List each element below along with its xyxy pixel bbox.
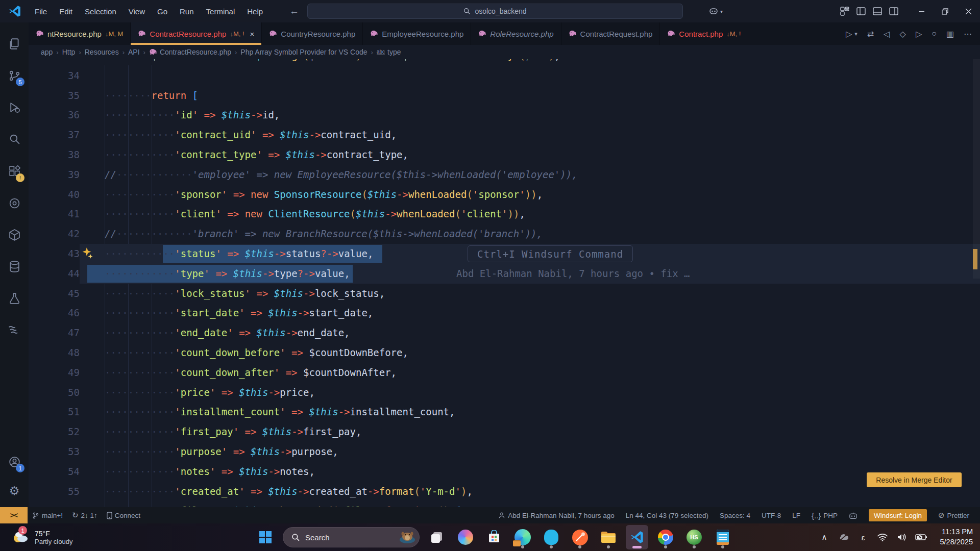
code-line-56: 56············'file' => $this->whenLoade… bbox=[29, 501, 980, 507]
run-debug-icon[interactable] bbox=[0, 94, 29, 120]
code-text: //·············'employee' => new Employe… bbox=[105, 165, 578, 185]
wifi-icon[interactable] bbox=[875, 527, 890, 547]
taskbar-app-copilot[interactable] bbox=[454, 525, 477, 549]
taskbar-app-vscode[interactable] bbox=[626, 525, 648, 549]
resolve-in-merge-editor-button[interactable]: Resolve in Merge Editor bbox=[867, 472, 962, 487]
extensions-icon[interactable]: ! bbox=[0, 159, 29, 184]
source-control-icon[interactable]: 5 bbox=[0, 63, 29, 88]
breadcrumb-item-2[interactable]: Resources bbox=[85, 48, 119, 56]
menu-item-selection[interactable]: Selection bbox=[79, 5, 122, 18]
battery-icon[interactable] bbox=[914, 527, 929, 547]
code-text: ············'created_at' => $this->creat… bbox=[105, 482, 473, 502]
windsurf-icon[interactable] bbox=[0, 316, 29, 341]
close-button[interactable] bbox=[957, 0, 980, 22]
tab-employeeresource-php[interactable]: EmployeeResource.php bbox=[363, 22, 471, 45]
account-icon[interactable]: 1 bbox=[0, 449, 29, 474]
more-actions-icon[interactable]: ⋯ bbox=[964, 29, 972, 39]
breadcrumb-item-6[interactable]: abctype bbox=[377, 48, 401, 56]
status-windsurf-login[interactable]: Windsurf: Login bbox=[864, 507, 932, 523]
status-blame-author[interactable]: Abd El-Rahman Nabil, 7 hours ago bbox=[494, 507, 619, 523]
tray-chevron-icon[interactable]: ∧ bbox=[817, 527, 832, 547]
status-cursor-position[interactable]: Ln 44, Col 43 (79 selected) bbox=[621, 507, 713, 523]
split-editor-icon[interactable]: ▥ bbox=[946, 29, 954, 39]
previous-change-icon[interactable]: ◁ bbox=[884, 29, 890, 39]
breadcrumb-item-5[interactable]: Php Array Symbol Provider for VS Code bbox=[240, 48, 367, 56]
status-eol[interactable]: LF bbox=[788, 507, 805, 523]
tab-ntresource-php[interactable]: ntResource.php↓M, M bbox=[29, 22, 131, 45]
taskbar-app-postman[interactable] bbox=[569, 525, 591, 549]
taskbar-app-task-view[interactable] bbox=[426, 525, 448, 549]
taskbar-app-windows-start[interactable] bbox=[254, 525, 277, 549]
run-button[interactable]: ▷ bbox=[846, 29, 852, 39]
minimize-button[interactable] bbox=[910, 0, 933, 22]
remote-indicator[interactable]: >< bbox=[0, 507, 28, 523]
back-arrow-icon[interactable]: ← bbox=[289, 6, 299, 17]
close-tab-icon[interactable]: × bbox=[250, 30, 255, 38]
status-language-mode[interactable]: {..}PHP bbox=[807, 507, 842, 523]
customize-layout-icon[interactable] bbox=[840, 7, 849, 16]
taskbar-app-blue-app[interactable] bbox=[540, 525, 562, 549]
breadcrumb-label: app bbox=[41, 48, 53, 56]
clock[interactable]: 11:13 PM 5/28/2025 bbox=[933, 527, 973, 547]
volume-icon[interactable] bbox=[894, 527, 910, 547]
status-formatter[interactable]: ⊘Prettier bbox=[934, 507, 974, 523]
status-git-branch[interactable]: main+! bbox=[28, 507, 67, 523]
toggle-panel-icon[interactable] bbox=[873, 7, 882, 16]
taskbar-app-notepad[interactable] bbox=[712, 525, 734, 549]
onedrive-paused-icon[interactable] bbox=[836, 527, 851, 547]
timeline-icon[interactable]: ○ bbox=[932, 29, 937, 38]
status-indentation[interactable]: Spaces: 4 bbox=[715, 507, 755, 523]
package-icon[interactable] bbox=[0, 222, 29, 247]
braces-icon: {..} bbox=[812, 511, 821, 520]
restore-button[interactable] bbox=[933, 0, 957, 22]
menu-item-run[interactable]: Run bbox=[174, 5, 200, 18]
copilot-menu[interactable]: ▾ bbox=[708, 6, 723, 16]
breadcrumb-item-4[interactable]: ContractResource.php bbox=[149, 48, 231, 57]
taskbar-search[interactable]: Search bbox=[283, 527, 420, 547]
breadcrumb-item-0[interactable]: app bbox=[41, 48, 53, 56]
taskbar-app-chrome[interactable] bbox=[654, 525, 677, 549]
next-change-icon[interactable]: ▷ bbox=[916, 29, 922, 39]
tab-label: CountryResource.php bbox=[281, 30, 355, 38]
taskbar-app-microsoft-store[interactable] bbox=[483, 525, 505, 549]
toggle-sidebar-icon[interactable] bbox=[856, 7, 866, 16]
testing-icon[interactable] bbox=[0, 285, 29, 311]
menu-item-terminal[interactable]: Terminal bbox=[200, 5, 241, 18]
breadcrumb-item-3[interactable]: API bbox=[128, 48, 140, 56]
explorer-icon[interactable] bbox=[0, 31, 29, 57]
command-center-search[interactable]: osolco_backend bbox=[307, 4, 683, 19]
tab-contractrequest-php[interactable]: ContractRequest.php bbox=[561, 22, 660, 45]
line-number: 45 bbox=[51, 284, 80, 304]
status-git-sync[interactable]: ↻2↓ 1↑ bbox=[67, 507, 102, 523]
compare-changes-icon[interactable]: ⇄ bbox=[867, 29, 874, 39]
taskbar-app-edge[interactable] bbox=[511, 525, 534, 549]
tab-countryresource-php[interactable]: CountryResource.php bbox=[262, 22, 363, 45]
menu-item-edit[interactable]: Edit bbox=[53, 5, 79, 18]
menu-item-view[interactable]: View bbox=[122, 5, 151, 18]
settings-icon[interactable]: ⚙ bbox=[0, 478, 29, 504]
language-indicator[interactable]: ε bbox=[855, 527, 871, 547]
breadcrumb-item-1[interactable]: Http bbox=[62, 48, 76, 56]
run-dropdown-icon[interactable]: ▾ bbox=[854, 31, 857, 37]
tab-contractresource-php[interactable]: ContractResource.php↓M, !× bbox=[131, 22, 262, 45]
toggle-secondary-sidebar-icon[interactable] bbox=[889, 7, 898, 16]
tab-contract-php[interactable]: Contract.php↓M, ! bbox=[660, 22, 748, 45]
menu-item-go[interactable]: Go bbox=[151, 5, 174, 18]
taskbar-app-heidisql[interactable]: HS bbox=[683, 525, 705, 549]
code-text: ········return [ bbox=[105, 86, 198, 106]
menu-item-help[interactable]: Help bbox=[241, 5, 269, 18]
status-device-connect[interactable]: Connect bbox=[102, 507, 145, 523]
scrollbar[interactable] bbox=[973, 59, 980, 279]
code-editor[interactable]: 33········$countDownAfter = $now->gt($en… bbox=[29, 59, 980, 507]
status-copilot-status[interactable] bbox=[844, 507, 862, 523]
menu-item-file[interactable]: File bbox=[29, 5, 53, 18]
current-change-icon[interactable]: ◇ bbox=[900, 29, 906, 39]
tab-roleresource-php[interactable]: RoleResource.php bbox=[471, 22, 561, 45]
remote-explorer-icon[interactable] bbox=[0, 190, 29, 216]
weather-widget[interactable]: 1 75°F Partly cloudy bbox=[6, 523, 78, 551]
taskbar-app-file-explorer[interactable] bbox=[597, 525, 620, 549]
search-icon[interactable] bbox=[0, 126, 29, 152]
status-bar-right: Abd El-Rahman Nabil, 7 hours agoLn 44, C… bbox=[494, 507, 980, 523]
status-encoding[interactable]: UTF-8 bbox=[757, 507, 786, 523]
database-icon[interactable] bbox=[0, 254, 29, 279]
